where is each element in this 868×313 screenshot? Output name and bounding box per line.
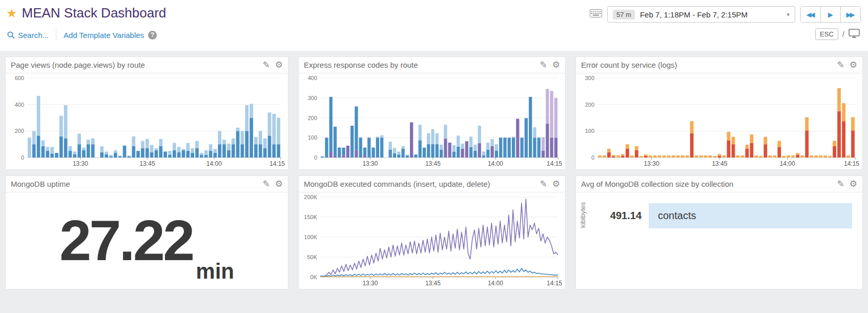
settings-gear-icon[interactable]: ⚙: [850, 180, 857, 188]
settings-gear-icon[interactable]: ⚙: [552, 180, 560, 188]
panel-express-codes: Express response codes by route ✎ ⚙ 0100…: [298, 56, 566, 170]
svg-text:13:45: 13:45: [712, 160, 727, 167]
esc-button[interactable]: ESC: [815, 28, 838, 40]
uptime-value: 27.22: [59, 212, 193, 269]
svg-text:13:45: 13:45: [425, 280, 441, 287]
search-icon: [7, 31, 15, 39]
panel-mongodb-uptime: MongoDB uptime ✎ ⚙ 27.22 min: [5, 175, 288, 289]
svg-text:14:15: 14:15: [270, 160, 285, 167]
svg-text:200: 200: [15, 128, 24, 134]
edit-pencil-icon[interactable]: ✎: [540, 61, 547, 69]
edit-pencil-icon[interactable]: ✎: [837, 61, 844, 69]
svg-text:200: 200: [308, 115, 317, 121]
svg-text:600: 600: [15, 75, 24, 81]
svg-text:100K: 100K: [304, 234, 317, 240]
svg-text:14:00: 14:00: [488, 160, 503, 167]
panel-page-views: Page views (node.page.views) by route ✎ …: [5, 56, 288, 170]
search-label: Search...: [18, 31, 49, 40]
svg-text:13:30: 13:30: [362, 160, 378, 167]
panel-title: MongoDB uptime: [11, 180, 258, 188]
slash-separator: /: [842, 30, 844, 38]
panel-error-count: Error count by service (logs) ✎ ⚙ 010020…: [575, 56, 863, 170]
page-header: ★ MEAN Stack Dashboard Search... Add Tem…: [0, 0, 868, 51]
panel-mongodb-commands: MongoDB executed commands (insert, updat…: [298, 175, 566, 289]
panel-collection-size: Avg of MongoDB collection size by collec…: [575, 175, 863, 289]
help-icon[interactable]: ?: [148, 31, 157, 40]
edit-pencil-icon[interactable]: ✎: [837, 180, 844, 188]
keyboard-shortcuts-icon[interactable]: [590, 9, 602, 19]
express-codes-chart[interactable]: 010020030040013:3013:4514:0014:15: [301, 74, 563, 168]
svg-text:0K: 0K: [311, 274, 318, 280]
search-button[interactable]: Search...: [7, 31, 49, 40]
fullscreen-monitor-icon[interactable]: [849, 29, 860, 40]
svg-text:300: 300: [585, 75, 594, 81]
svg-text:14:00: 14:00: [488, 280, 503, 287]
settings-gear-icon[interactable]: ⚙: [275, 180, 283, 188]
divider: [56, 29, 56, 41]
time-range-picker[interactable]: 57 m Feb 7, 1:18PM - Feb 7, 2:15PM ▾: [607, 6, 795, 23]
svg-text:14:15: 14:15: [844, 160, 859, 167]
svg-text:13:45: 13:45: [425, 160, 441, 167]
toplist-bar-label: contacts: [658, 210, 696, 222]
svg-text:400: 400: [308, 75, 317, 81]
svg-text:14:15: 14:15: [547, 280, 562, 287]
panel-title: Error count by service (logs): [581, 61, 832, 69]
panel-title: Express response codes by route: [304, 61, 535, 69]
svg-text:400: 400: [15, 102, 24, 108]
settings-gear-icon[interactable]: ⚙: [552, 61, 560, 69]
panel-title: Avg of MongoDB collection size by collec…: [581, 180, 832, 188]
svg-text:150K: 150K: [304, 214, 317, 220]
svg-text:13:45: 13:45: [140, 160, 155, 167]
collection-size-toplist: kibibytes 491.14 contacts: [576, 192, 862, 289]
svg-text:0: 0: [591, 154, 594, 161]
time-forward-button[interactable]: ▶▶: [840, 7, 860, 22]
svg-text:300: 300: [308, 95, 317, 101]
chevron-down-icon: ▾: [787, 11, 790, 18]
time-range-label: Feb 7, 1:18PM - Feb 7, 2:15PM: [640, 10, 787, 19]
time-back-button[interactable]: ◀◀: [801, 7, 820, 22]
svg-text:13:30: 13:30: [644, 160, 659, 167]
svg-text:14:00: 14:00: [780, 160, 795, 167]
time-play-button[interactable]: ▶: [820, 7, 840, 22]
svg-text:100: 100: [585, 128, 594, 134]
add-template-variables-link[interactable]: Add Template Variables: [64, 31, 144, 40]
dashboard-board: Page views (node.page.views) by route ✎ …: [0, 51, 868, 313]
panel-title: MongoDB executed commands (insert, updat…: [304, 180, 535, 188]
toplist-row: 491.14 contacts: [594, 203, 852, 228]
error-count-chart[interactable]: 010020030013:3013:4514:0014:15: [578, 74, 860, 168]
svg-text:13:30: 13:30: [362, 280, 378, 287]
dashboard-title: MEAN Stack Dashboard: [22, 5, 167, 21]
settings-gear-icon[interactable]: ⚙: [850, 61, 857, 69]
svg-text:13:30: 13:30: [73, 160, 88, 167]
svg-text:14:15: 14:15: [547, 160, 562, 167]
time-duration-badge: 57 m: [613, 10, 635, 19]
page-views-chart[interactable]: 020040060013:3013:4514:0014:15: [8, 74, 286, 168]
favorite-star-icon[interactable]: ★: [6, 6, 17, 21]
svg-text:100: 100: [308, 134, 317, 141]
uptime-unit: min: [196, 259, 234, 289]
settings-gear-icon[interactable]: ⚙: [275, 61, 283, 69]
svg-text:0: 0: [21, 154, 24, 161]
toplist-value: 491.14: [594, 210, 642, 222]
svg-text:200K: 200K: [304, 194, 317, 200]
svg-text:0: 0: [314, 154, 317, 161]
toplist-bar[interactable]: contacts: [649, 203, 852, 228]
panel-title: Page views (node.page.views) by route: [11, 61, 258, 69]
svg-text:200: 200: [585, 102, 594, 108]
time-nav-group: ◀◀ ▶ ▶▶: [800, 6, 861, 23]
svg-text:14:00: 14:00: [206, 160, 222, 167]
edit-pencil-icon[interactable]: ✎: [263, 180, 270, 188]
mongodb-commands-chart[interactable]: 0K50K100K150K200K13:3013:4514:0014:15: [301, 193, 563, 287]
toplist-unit-label: kibibytes: [579, 202, 587, 228]
edit-pencil-icon[interactable]: ✎: [263, 61, 270, 69]
svg-text:50K: 50K: [307, 254, 317, 260]
edit-pencil-icon[interactable]: ✎: [540, 180, 547, 188]
